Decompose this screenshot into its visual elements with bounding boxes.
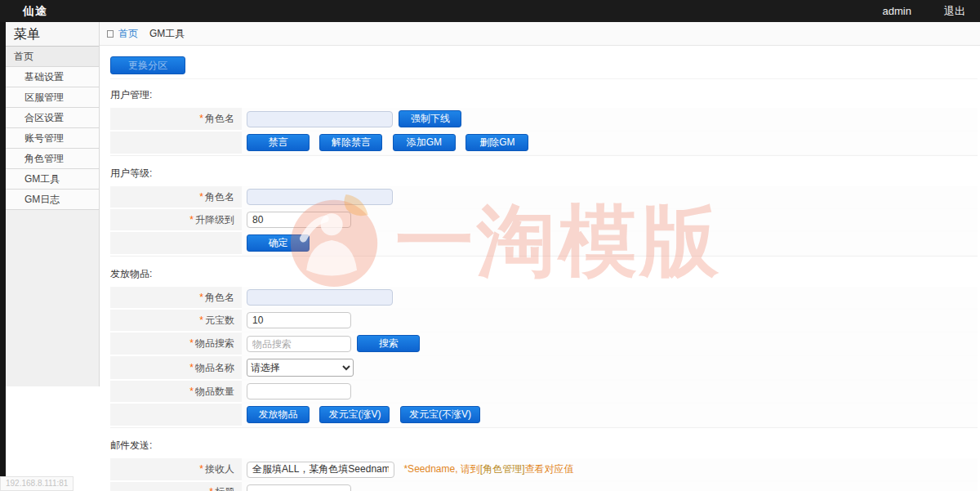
app-title: 仙途 (23, 4, 47, 19)
mail-recipient-label: 接收人 (205, 463, 234, 475)
required-mark: * (199, 292, 203, 303)
form-row: *元宝数 (110, 310, 978, 333)
item-qty-label: 物品数量 (195, 386, 234, 397)
form-row: *升降级到 (110, 209, 978, 232)
sidebar-item-merge-settings[interactable]: 合区设置 (6, 108, 99, 128)
mail-subject-input[interactable] (247, 484, 351, 491)
form-row: *角色名 (110, 186, 978, 209)
required-mark: * (199, 463, 203, 475)
unmute-button[interactable]: 解除禁言 (319, 134, 382, 151)
item-name-select[interactable]: 请选择 (247, 359, 354, 377)
form-row: 确定 (110, 232, 978, 256)
give-item-button[interactable]: 发放物品 (247, 406, 310, 423)
section-mail-send: 邮件发送: *接收人 *Seedname, 请到[角色管理]查看对应值 *标题 (110, 439, 978, 491)
role-name-label: 角色名 (205, 191, 234, 203)
section-title: 用户管理: (110, 88, 978, 102)
delete-gm-button[interactable]: 删除GM (466, 134, 528, 151)
item-name-label: 物品名称 (195, 362, 234, 373)
give-yuanbao-nov-button[interactable]: 发元宝(不涨V) (400, 406, 480, 423)
item-search-input[interactable] (247, 336, 351, 352)
sidebar-item-gm-tools[interactable]: GM工具 (6, 169, 99, 190)
content: 更换分区 用户管理: *角色名 强制下线 禁言 解除禁言 (100, 46, 980, 491)
form-row: *接收人 *Seedname, 请到[角色管理]查看对应值 (110, 458, 978, 482)
sidebar-item-home[interactable]: 首页 (6, 47, 99, 67)
form-row: 发放物品 发元宝(涨V) 发元宝(不涨V) (110, 404, 978, 427)
mail-recipient-input[interactable] (247, 462, 394, 478)
form-row: *标题 (110, 482, 978, 491)
sidebar-item-zone-management[interactable]: 区服管理 (6, 87, 99, 108)
form-row: *角色名 强制下线 (110, 108, 978, 132)
mute-button[interactable]: 禁言 (247, 134, 310, 151)
required-mark: * (209, 486, 213, 491)
role-name-label: 角色名 (205, 292, 234, 303)
section-title: 发放物品: (110, 267, 978, 281)
sidebar: 菜单 首页 基础设置 区服管理 合区设置 账号管理 角色管理 GM工具 GM日志 (6, 22, 100, 386)
section-user-management: 用户管理: *角色名 强制下线 禁言 解除禁言 添加GM 删除GM (110, 88, 978, 156)
sidebar-item-gm-logs[interactable]: GM日志 (6, 190, 99, 210)
status-url-tooltip: 192.168.8.111:81 (0, 476, 74, 491)
level-target-label: 升降级到 (195, 214, 234, 225)
sidebar-header: 菜单 (6, 22, 99, 47)
current-user[interactable]: admin (883, 5, 911, 17)
yuanbao-count-label: 元宝数 (205, 315, 234, 326)
add-gm-button[interactable]: 添加GM (393, 134, 456, 151)
sidebar-item-role-management[interactable]: 角色管理 (6, 149, 99, 169)
mail-subject-label: 标题 (215, 486, 234, 491)
seedname-note: *Seedname, 请到[角色管理]查看对应值 (403, 463, 573, 475)
topbar-right: admin 退出 (883, 4, 980, 19)
required-mark: * (199, 315, 203, 326)
form-row: *物品名称 请选择 (110, 356, 978, 381)
role-management-link[interactable]: [角色管理] (480, 463, 525, 475)
items-role-name-input[interactable] (247, 289, 393, 306)
role-name-input[interactable] (247, 111, 393, 127)
topbar: 仙途 admin 退出 (0, 0, 980, 22)
breadcrumb: 首页 GM工具 (100, 22, 980, 46)
logout-button[interactable]: 退出 (944, 4, 965, 19)
left-edge-strip (0, 0, 6, 491)
search-button[interactable]: 搜索 (357, 335, 420, 352)
breadcrumb-current: GM工具 (149, 27, 185, 41)
item-search-label: 物品搜索 (195, 337, 234, 349)
zone-switch-row: 更换分区 (110, 53, 978, 79)
form-row: 禁言 解除禁言 添加GM 删除GM (110, 132, 978, 155)
section-user-level: 用户等级: *角色名 *升降级到 确定 (110, 167, 978, 257)
force-offline-button[interactable]: 强制下线 (399, 110, 461, 127)
level-target-input[interactable] (247, 212, 351, 228)
required-mark: * (189, 337, 194, 349)
required-mark: * (189, 386, 194, 397)
sidebar-item-account-management[interactable]: 账号管理 (6, 128, 99, 149)
item-qty-input[interactable] (247, 383, 351, 399)
required-mark: * (199, 113, 203, 124)
yuanbao-count-input[interactable] (247, 312, 351, 328)
level-role-name-input[interactable] (247, 189, 393, 205)
change-zone-button[interactable]: 更换分区 (110, 56, 185, 74)
sidebar-item-basic-settings[interactable]: 基础设置 (6, 67, 99, 87)
form-row: *物品数量 (110, 381, 978, 404)
home-icon (107, 30, 114, 38)
form-row: *物品搜索 搜索 (110, 333, 978, 356)
section-title: 邮件发送: (110, 439, 978, 453)
section-title: 用户等级: (110, 167, 978, 181)
form-row: *角色名 (110, 287, 978, 310)
give-yuanbao-v-button[interactable]: 发元宝(涨V) (319, 406, 390, 423)
required-mark: * (189, 214, 194, 225)
role-name-label: 角色名 (205, 113, 234, 124)
section-give-items: 发放物品: *角色名 *元宝数 *物品搜索 搜索 (110, 267, 978, 428)
required-mark: * (199, 191, 203, 203)
breadcrumb-home-link[interactable]: 首页 (118, 27, 138, 41)
confirm-button[interactable]: 确定 (247, 234, 310, 252)
required-mark: * (189, 362, 194, 373)
main-area: 首页 GM工具 更换分区 用户管理: *角色名 强制下线 (100, 22, 980, 491)
